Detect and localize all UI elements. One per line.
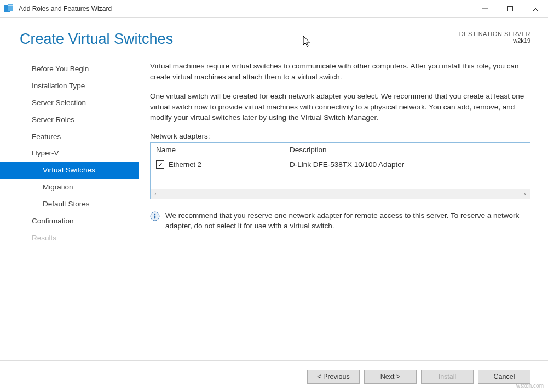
destination-name: w2k19 <box>459 37 530 44</box>
col-name-header[interactable]: Name <box>151 143 284 157</box>
svg-rect-4 <box>508 6 513 11</box>
previous-button[interactable]: < Previous <box>307 370 360 384</box>
content: Before You Begin Installation Type Serve… <box>0 56 548 247</box>
destination-block: DESTINATION SERVER w2k19 <box>459 31 530 48</box>
scroll-track[interactable] <box>160 189 520 199</box>
nav-hyper-v[interactable]: Hyper-V <box>0 145 139 162</box>
adapter-name: Ethernet 2 <box>169 160 201 169</box>
header: Create Virtual Switches DESTINATION SERV… <box>0 18 548 56</box>
scroll-right-icon[interactable]: › <box>520 191 530 197</box>
nav-features[interactable]: Features <box>0 129 139 146</box>
nav-default-stores[interactable]: Default Stores <box>0 196 139 213</box>
nav-installation-type[interactable]: Installation Type <box>0 78 139 95</box>
cell-name: ✓ Ethernet 2 <box>151 160 284 169</box>
destination-label: DESTINATION SERVER <box>459 31 530 37</box>
minimize-button[interactable] <box>472 0 498 17</box>
description-1: Virtual machines require virtual switche… <box>150 61 530 82</box>
scroll-left-icon[interactable]: ‹ <box>151 191 160 197</box>
table-body: ✓ Ethernet 2 D-Link DFE-538TX 10/100 Ada… <box>151 157 530 189</box>
svg-rect-9 <box>154 215 155 218</box>
table-header: Name Description <box>151 143 530 157</box>
svg-rect-2 <box>8 5 13 6</box>
col-desc-header[interactable]: Description <box>284 143 530 157</box>
app-icon <box>4 4 14 13</box>
nav-confirmation[interactable]: Confirmation <box>0 213 139 230</box>
main-panel: Virtual machines require virtual switche… <box>139 56 548 247</box>
nav-virtual-switches[interactable]: Virtual Switches <box>0 162 139 179</box>
adapter-checkbox[interactable]: ✓ <box>156 160 164 169</box>
adapter-desc: D-Link DFE-538TX 10/100 Adapter <box>284 160 530 169</box>
window-title: Add Roles and Features Wizard <box>19 5 472 13</box>
footer: < Previous Next > Install Cancel <box>0 360 548 392</box>
next-button[interactable]: Next > <box>364 370 417 384</box>
info-text: We recommend that you reserve one networ… <box>165 210 530 232</box>
nav-migration[interactable]: Migration <box>0 179 139 196</box>
window-controls <box>472 0 548 17</box>
titlebar: Add Roles and Features Wizard <box>0 0 548 18</box>
horizontal-scrollbar[interactable]: ‹ › <box>151 189 530 199</box>
checkmark-icon: ✓ <box>158 162 163 168</box>
watermark: wsxdn.com <box>516 383 544 389</box>
adapter-table: Name Description ✓ Ethernet 2 D-Link DFE… <box>150 142 530 199</box>
info-icon <box>150 211 160 221</box>
close-button[interactable] <box>523 0 548 17</box>
page-title: Create Virtual Switches <box>20 31 173 48</box>
sidebar: Before You Begin Installation Type Serve… <box>0 56 139 247</box>
maximize-button[interactable] <box>498 0 523 17</box>
install-button: Install <box>421 370 474 384</box>
description-2: One virtual switch will be created for e… <box>150 91 530 123</box>
table-row[interactable]: ✓ Ethernet 2 D-Link DFE-538TX 10/100 Ada… <box>151 157 530 172</box>
nav-before-you-begin[interactable]: Before You Begin <box>0 61 139 78</box>
nav-server-selection[interactable]: Server Selection <box>0 95 139 112</box>
info-note: We recommend that you reserve one networ… <box>150 210 530 232</box>
nav-server-roles[interactable]: Server Roles <box>0 112 139 129</box>
svg-point-8 <box>154 214 156 215</box>
nav-results: Results <box>0 230 139 247</box>
cancel-button[interactable]: Cancel <box>478 370 530 384</box>
adapters-label: Network adapters: <box>150 132 530 140</box>
